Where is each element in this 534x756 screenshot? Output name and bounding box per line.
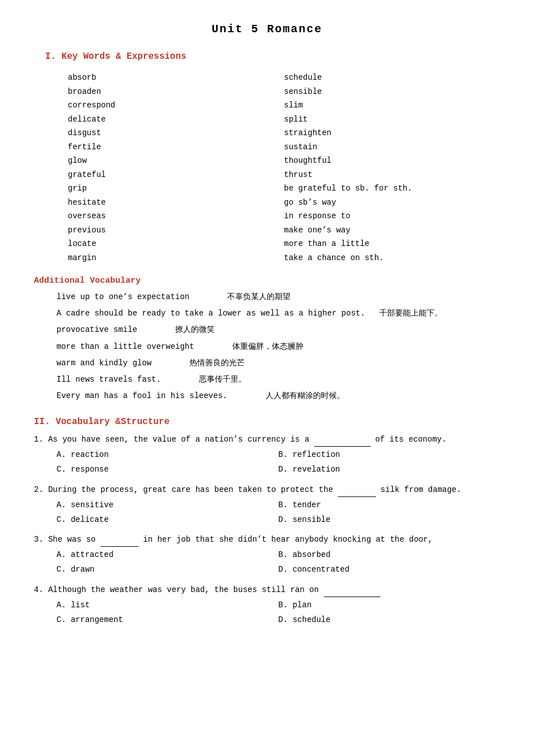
add-vocab-chinese: 人人都有糊涂的时候。 (266, 391, 345, 400)
option-item: B. absorbed (279, 548, 501, 563)
option-item: A. list (57, 598, 279, 613)
add-vocab-item: Ill news travels fast. 恶事传千里。 (57, 373, 500, 387)
option-item: B. reflection (279, 448, 501, 463)
keyword-item: correspond (68, 98, 284, 113)
add-vocab-english: warm and kindly glow (57, 358, 151, 368)
questions-container: 1. As you have seen, the value of a nati… (34, 433, 500, 627)
keyword-item: go sb’s way (284, 196, 501, 210)
keyword-item: margin (68, 251, 284, 265)
option-item: A. sensitive (57, 498, 279, 513)
keyword-item: fertile (68, 140, 284, 154)
question-options: A. reactionB. reflectionC. responseD. re… (57, 448, 500, 477)
question-options: A. listB. planC. arrangementD. schedule (57, 598, 500, 628)
question-blank (314, 433, 371, 447)
option-item: C. delicate (57, 513, 279, 528)
keyword-item: disgust (68, 126, 284, 140)
keyword-item: make one’s way (284, 223, 501, 237)
section2-heading: II. Vocabulary &Structure (34, 417, 500, 427)
add-vocab-cadre: A cadre should be ready to take a lower … (57, 306, 500, 321)
keywords-col1: absorbbroadencorresponddelicatedisgustfe… (68, 71, 284, 265)
keyword-item: broaden (68, 85, 284, 99)
option-item: C. response (57, 463, 279, 477)
question: 2. During the process, great care has be… (34, 483, 500, 497)
add-vocab-english: Ill news travels fast. (57, 375, 161, 384)
keyword-item: previous (68, 223, 284, 237)
add-vocab-item: Every man has a fool in his sleeves. 人人都… (57, 389, 500, 403)
keyword-item: straighten (284, 126, 501, 140)
keyword-item: split (284, 113, 501, 127)
page-title: Unit 5 Romance (34, 23, 500, 36)
question-options: A. sensitiveB. tenderC. delicateD. sensi… (57, 498, 500, 528)
question-text-before: She was so (48, 535, 100, 544)
keyword-item: delicate (68, 113, 284, 127)
keyword-item: sensible (284, 85, 501, 99)
keyword-item: grateful (68, 168, 284, 182)
option-item: D. sensible (279, 513, 501, 528)
option-item: D. concentrated (279, 563, 501, 577)
question-text-before: Although the weather was very bad, the b… (48, 585, 323, 594)
add-vocab-chinese: 恶事传千里。 (199, 375, 246, 384)
section2: II. Vocabulary &Structure 1. As you have… (34, 417, 500, 627)
add-vocab-chinese: 不辜负某人的期望 (227, 292, 290, 301)
question-number: 4. (34, 585, 48, 594)
keyword-item: sustain (284, 140, 501, 154)
question-text-after: of its economy. (371, 435, 446, 444)
add-vocab-chinese: 撩人的微笑 (175, 325, 215, 334)
option-item: A. reaction (57, 448, 279, 463)
keyword-item: slim (284, 98, 501, 113)
question: 1. As you have seen, the value of a nati… (34, 433, 500, 447)
keywords-col2: schedulesensibleslimsplitstraightensusta… (284, 71, 501, 265)
add-vocab-english: live up to one’s expectation (57, 292, 189, 301)
section1-heading: I. Key Words & Expressions (45, 51, 500, 62)
keyword-item: in response to (284, 209, 501, 223)
question-blank (101, 533, 138, 547)
option-item: C. drawn (57, 563, 279, 577)
option-item: D. schedule (279, 613, 501, 628)
additional-vocab-section: Additional Vocabulary live up to one’s e… (34, 276, 500, 403)
option-item: B. tender (279, 498, 501, 513)
question: 3. She was so in her job that she didn’t… (34, 533, 500, 547)
keyword-item: thoughtful (284, 154, 501, 168)
keyword-item: hesitate (68, 196, 284, 210)
question-number: 1. (34, 435, 48, 444)
question-blank (338, 483, 376, 497)
question-text-after: silk from damage. (376, 485, 461, 494)
question-text-after: in her job that she didn’t hear anybody … (138, 535, 433, 544)
keyword-item: be grateful to sb. for sth. (284, 182, 501, 196)
add-vocab-item: warm and kindly glow 热情善良的光芒 (57, 356, 500, 370)
add-vocab-item: provocative smile 撩人的微笑 (57, 323, 500, 337)
keyword-item: locate (68, 237, 284, 251)
add-vocab-chinese: 体重偏胖，体态臃肿 (232, 342, 303, 351)
option-item: C. arrangement (57, 613, 279, 628)
add-vocab-items: live up to one’s expectation 不辜负某人的期望A c… (34, 290, 500, 403)
question-number: 2. (34, 485, 48, 494)
question-text-before: As you have seen, the value of a nation’… (48, 435, 314, 444)
option-item: B. plan (279, 598, 501, 613)
add-vocab-english: provocative smile (57, 325, 137, 334)
keyword-item: schedule (284, 71, 501, 85)
option-item: A. attracted (57, 548, 279, 563)
keywords-grid: absorbbroadencorresponddelicatedisgustfe… (68, 71, 500, 265)
keyword-item: absorb (68, 71, 284, 85)
keyword-item: grip (68, 182, 284, 196)
question-text-before: During the process, great care has been … (48, 485, 337, 494)
add-vocab-chinese: 热情善良的光芒 (189, 358, 245, 368)
keyword-item: overseas (68, 209, 284, 223)
add-vocab-item: live up to one’s expectation 不辜负某人的期望 (57, 290, 500, 304)
add-vocab-heading: Additional Vocabulary (34, 276, 500, 286)
option-item: D. revelation (279, 463, 501, 477)
add-vocab-english: more than a little overweight (57, 342, 194, 351)
keyword-item: more than a little (284, 237, 501, 251)
add-vocab-item: more than a little overweight 体重偏胖，体态臃肿 (57, 340, 500, 354)
add-vocab-english: Every man has a fool in his sleeves. (57, 391, 227, 400)
question-options: A. attractedB. absorbedC. drawnD. concen… (57, 548, 500, 577)
keyword-item: glow (68, 154, 284, 168)
question: 4. Although the weather was very bad, th… (34, 583, 500, 597)
question-blank (324, 583, 380, 597)
keyword-item: thrust (284, 168, 501, 182)
question-number: 3. (34, 535, 48, 544)
keyword-item: take a chance on sth. (284, 251, 501, 265)
